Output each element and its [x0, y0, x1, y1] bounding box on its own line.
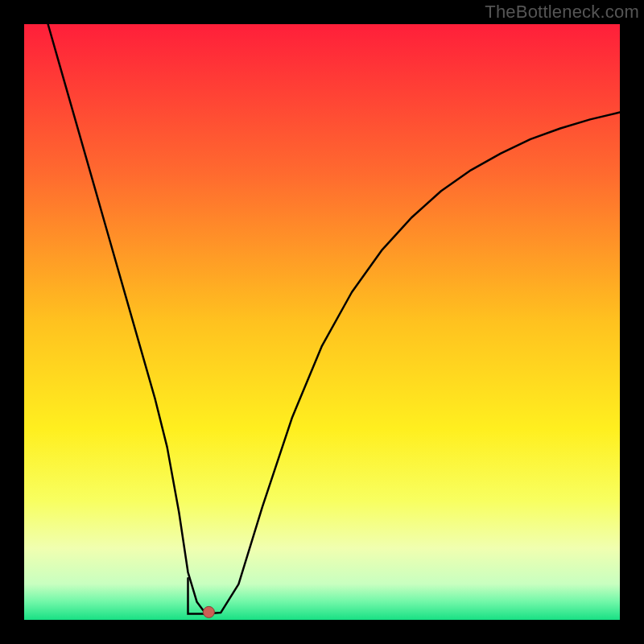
chart-frame: TheBottleneck.com — [0, 0, 644, 644]
bottleneck-chart — [0, 0, 644, 644]
optimal-point-marker — [203, 606, 214, 617]
plot-background — [24, 24, 620, 620]
